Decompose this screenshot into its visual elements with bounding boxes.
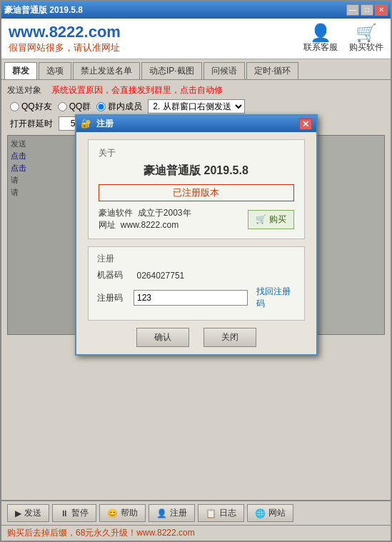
send-targets-row: 发送对象 系统设置原因，会直接发到群里，点击自动修 <box>7 84 385 96</box>
tab-blacklist[interactable]: 禁止发送名单 <box>73 62 140 79</box>
website-icon: 🌐 <box>255 508 266 518</box>
radio-qq-friend-label: QQ好友 <box>21 101 52 113</box>
reg-section: 注册 机器码 0264027751 注册码 找回注册码 <box>88 246 305 321</box>
about-label: 关于 <box>99 147 294 159</box>
find-code-link[interactable]: 找回注册码 <box>256 286 296 310</box>
radio-qq-group-label: QQ群 <box>69 101 91 113</box>
send-label: 发送 <box>24 507 41 519</box>
cart-icon: 🛒 <box>356 24 377 41</box>
send-targets-label: 发送对象 <box>7 84 41 96</box>
buy-icon: 🛒 <box>256 214 266 224</box>
dialog-title-bar: 🔐 注册 ✕ <box>76 116 316 132</box>
contact-icon: 👤 <box>310 24 331 41</box>
machine-code-value: 0264027751 <box>137 271 185 281</box>
warning-text: 假冒网站很多，请认准网址 <box>9 41 121 54</box>
header-right: 👤 联系客服 🛒 购买软件 <box>303 24 383 54</box>
contact-service-button[interactable]: 👤 联系客服 <box>303 24 338 54</box>
help-button[interactable]: 😊 帮助 <box>99 504 146 522</box>
tabs-bar: 群发 选项 禁止发送名单 动态IP·截图 问候语 定时·循环 <box>1 59 391 80</box>
register-icon: 👤 <box>156 508 167 518</box>
dialog-icon: 🔐 <box>81 119 91 129</box>
radio-group-member-input[interactable] <box>96 102 106 111</box>
company-info: 豪迪软件 成立于2003年 <box>99 207 191 219</box>
status-text: 购买后去掉后缀，68元永久升级！www.8222.com <box>7 528 195 538</box>
content-area: 发送对象 系统设置原因，会直接发到群里，点击自动修 QQ好友 QQ群 群内成员 … <box>1 80 391 500</box>
registration-dialog: 🔐 注册 ✕ 关于 豪迪普通版 2019.5.8 已注册版本 <box>75 114 318 356</box>
log-icon: 📋 <box>206 508 216 518</box>
radio-options-row: QQ好友 QQ群 群内成员 2. 从群窗口右侧发送 <box>7 99 385 114</box>
website-button[interactable]: 🌐 网站 <box>247 504 293 522</box>
registered-badge: 已注册版本 <box>99 184 294 201</box>
website-label: 网站 <box>268 507 286 519</box>
register-label: 注册 <box>170 507 187 519</box>
about-text-block: 豪迪软件 成立于2003年 网址 www.8222.com <box>99 207 191 231</box>
relative-container: 发送 点击 点击 请 请 税入内容 出内容 入表情 入图片 入文件 入其他 <box>7 135 385 335</box>
title-bar-buttons: — □ ✕ <box>346 4 388 16</box>
radio-group-member-label: 群内成员 <box>108 101 142 113</box>
reg-code-row: 注册码 找回注册码 <box>97 286 296 310</box>
dialog-close-button[interactable]: ✕ <box>299 119 312 130</box>
about-info-row: 豪迪软件 成立于2003年 网址 www.8222.com � <box>99 207 294 231</box>
radio-qq-group-input[interactable] <box>58 102 67 111</box>
dialog-body: 关于 豪迪普通版 2019.5.8 已注册版本 豪迪软件 成立于2003年 <box>76 132 316 354</box>
send-icon: ▶ <box>15 508 21 518</box>
radio-group-member[interactable]: 群内成员 <box>96 101 142 113</box>
app-title: 豪迪普通版 2019.5.8 <box>99 164 294 179</box>
status-bar: 购买后去掉后缀，68元永久升级！www.8222.com <box>1 525 391 541</box>
buy-button[interactable]: 🛒 购买 <box>248 210 294 229</box>
send-method-select[interactable]: 2. 从群窗口右侧发送 <box>148 99 245 114</box>
tab-dynamic-ip[interactable]: 动态IP·截图 <box>141 62 202 79</box>
header-banner: www.8222.com 假冒网站很多，请认准网址 👤 联系客服 🛒 购买软件 <box>1 19 391 59</box>
contact-label: 联系客服 <box>303 41 338 54</box>
minimize-button[interactable]: — <box>346 4 359 16</box>
tab-mass-send[interactable]: 群发 <box>4 62 37 79</box>
log-button[interactable]: 📋 日志 <box>198 504 244 522</box>
website-url[interactable]: www.8222.com <box>9 23 121 41</box>
dialog-button-row: 确认 关闭 <box>88 328 305 347</box>
pause-button[interactable]: ⏸ 暂停 <box>52 504 96 522</box>
help-icon: 😊 <box>107 508 118 518</box>
footer-toolbar: ▶ 发送 ⏸ 暂停 😊 帮助 👤 注册 📋 日志 🌐 网站 <box>1 500 391 525</box>
modal-overlay: 🔐 注册 ✕ 关于 豪迪普通版 2019.5.8 已注册版本 <box>7 135 385 335</box>
help-label: 帮助 <box>121 507 138 519</box>
buy-label: 购买软件 <box>349 41 383 54</box>
buy-btn-label: 购买 <box>269 214 286 226</box>
reg-section-title: 注册 <box>97 253 296 265</box>
maximize-button[interactable]: □ <box>361 4 373 16</box>
tab-timer[interactable]: 定时·循环 <box>246 62 298 79</box>
website-info: 网址 www.8222.com <box>99 219 191 231</box>
machine-code-label: 机器码 <box>97 269 133 281</box>
system-notice: 系统设置原因，会直接发到群里，点击自动修 <box>51 84 223 96</box>
radio-qq-group[interactable]: QQ群 <box>58 101 91 113</box>
pause-label: 暂停 <box>71 507 89 519</box>
window-close-button[interactable]: ✕ <box>375 4 388 16</box>
tab-options[interactable]: 选项 <box>39 62 71 79</box>
dialog-title: 🔐 注册 <box>81 118 114 130</box>
machine-code-row: 机器码 0264027751 <box>97 269 296 281</box>
main-window: 豪迪普通版 2019.5.8 — □ ✕ www.8222.com 假冒网站很多… <box>0 0 392 542</box>
log-label: 日志 <box>219 507 236 519</box>
header-left: www.8222.com 假冒网站很多，请认准网址 <box>9 23 121 54</box>
confirm-button[interactable]: 确认 <box>136 328 189 347</box>
register-button[interactable]: 👤 注册 <box>149 504 195 522</box>
pause-icon: ⏸ <box>60 508 69 518</box>
send-button[interactable]: ▶ 发送 <box>7 504 49 522</box>
delay-label: 打开群延时 <box>10 118 53 130</box>
window-title: 豪迪普通版 2019.5.8 <box>4 4 83 16</box>
radio-qq-friend[interactable]: QQ好友 <box>10 101 52 113</box>
dialog-close-btn[interactable]: 关闭 <box>203 328 256 347</box>
tab-greeting[interactable]: 问候语 <box>203 62 245 79</box>
reg-code-input[interactable] <box>134 290 248 306</box>
buy-software-button[interactable]: 🛒 购买软件 <box>349 24 383 54</box>
about-section: 关于 豪迪普通版 2019.5.8 已注册版本 豪迪软件 成立于2003年 <box>88 139 305 239</box>
radio-qq-friend-input[interactable] <box>10 102 19 111</box>
title-bar: 豪迪普通版 2019.5.8 — □ ✕ <box>1 1 391 19</box>
reg-code-label: 注册码 <box>97 292 129 304</box>
